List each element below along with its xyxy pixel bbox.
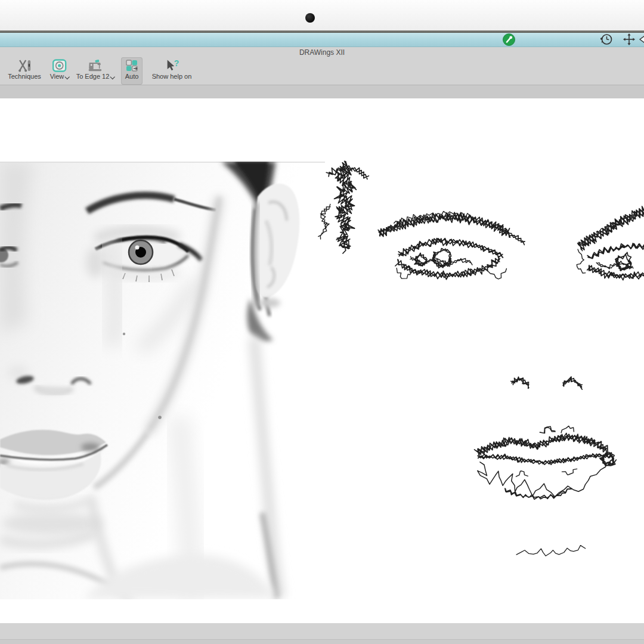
window-strip: [0, 33, 644, 47]
chevron-down-icon: [110, 75, 114, 79]
toolbar-button-view[interactable]: View: [47, 57, 73, 85]
view-icon: [52, 58, 67, 73]
laptop-bezel-bottom: [0, 623, 644, 644]
pin-badge-icon[interactable]: [503, 33, 515, 46]
toolbar-button-label: To Edge 12: [76, 73, 110, 80]
auto-grid-icon: [124, 58, 140, 73]
titlebar-toolbar: DRAWings XII Techniques: [0, 47, 644, 85]
move-icon[interactable]: [623, 33, 636, 46]
toolbar-button-techniques[interactable]: Techniques: [5, 57, 44, 85]
design-canvas[interactable]: [0, 98, 644, 623]
sewing-machine-icon: [88, 58, 103, 73]
portrait-photo[interactable]: [0, 162, 325, 599]
toolbar-lower-strip: [0, 85, 644, 99]
history-icon[interactable]: [600, 33, 613, 46]
toolbar-button-show-help[interactable]: ? Show help on: [149, 57, 195, 85]
app-screen: DRAWings XII Techniques: [0, 0, 644, 644]
toolbar-button-auto[interactable]: Auto: [121, 57, 143, 85]
chevron-down-icon: [65, 75, 69, 79]
toolbar-button-to-edge[interactable]: To Edge 12: [73, 57, 118, 85]
svg-text:?: ?: [174, 58, 179, 68]
techniques-icon: [17, 58, 32, 73]
stitch-outline-preview[interactable]: [318, 161, 644, 556]
laptop-bezel-top: [0, 0, 644, 30]
toolbar-button-label: Techniques: [8, 73, 41, 80]
toolbar-button-label: Show help on: [152, 73, 192, 80]
tag-icon[interactable]: [638, 33, 644, 46]
help-cursor-icon: ?: [164, 58, 179, 73]
toolbar-button-label: View: [50, 73, 64, 80]
window-title: DRAWings XII: [0, 48, 644, 57]
webcam-icon: [305, 13, 315, 23]
toolbar-button-label: Auto: [125, 73, 139, 80]
